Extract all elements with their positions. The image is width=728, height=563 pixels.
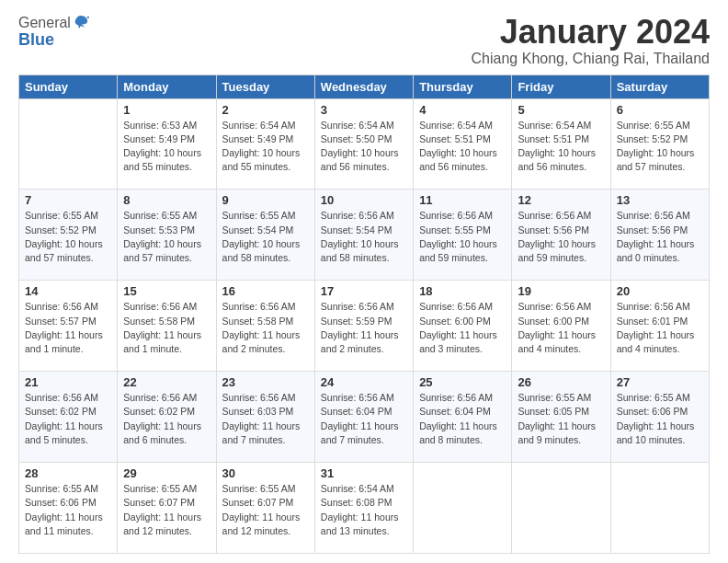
day-number: 2	[222, 103, 309, 117]
day-number: 13	[617, 193, 703, 207]
calendar-cell: 24Sunrise: 6:56 AM Sunset: 6:04 PM Dayli…	[314, 372, 413, 463]
day-info: Sunrise: 6:55 AM Sunset: 5:53 PM Dayligh…	[123, 209, 210, 265]
day-number: 9	[222, 193, 309, 207]
day-info: Sunrise: 6:56 AM Sunset: 6:01 PM Dayligh…	[617, 300, 703, 356]
day-number: 16	[222, 284, 309, 298]
calendar-cell	[512, 463, 610, 554]
calendar-cell: 19Sunrise: 6:56 AM Sunset: 6:00 PM Dayli…	[512, 281, 610, 372]
calendar-cell: 25Sunrise: 6:56 AM Sunset: 6:04 PM Dayli…	[414, 372, 512, 463]
calendar-week-row: 28Sunrise: 6:55 AM Sunset: 6:06 PM Dayli…	[19, 463, 710, 554]
day-number: 15	[123, 284, 210, 298]
day-info: Sunrise: 6:55 AM Sunset: 6:07 PM Dayligh…	[222, 482, 309, 538]
calendar-cell: 17Sunrise: 6:56 AM Sunset: 5:59 PM Dayli…	[314, 281, 413, 372]
calendar-cell: 28Sunrise: 6:55 AM Sunset: 6:06 PM Dayli…	[19, 463, 118, 554]
day-info: Sunrise: 6:54 AM Sunset: 5:50 PM Dayligh…	[321, 119, 407, 175]
day-info: Sunrise: 6:53 AM Sunset: 5:49 PM Dayligh…	[123, 119, 210, 175]
title-section: January 2024 Chiang Khong, Chiang Rai, T…	[472, 14, 710, 67]
calendar-week-row: 1Sunrise: 6:53 AM Sunset: 5:49 PM Daylig…	[19, 98, 710, 190]
calendar-cell: 3Sunrise: 6:54 AM Sunset: 5:50 PM Daylig…	[314, 98, 413, 190]
calendar-cell: 21Sunrise: 6:56 AM Sunset: 6:02 PM Dayli…	[19, 372, 118, 463]
calendar-cell: 18Sunrise: 6:56 AM Sunset: 6:00 PM Dayli…	[414, 281, 512, 372]
day-number: 19	[518, 284, 604, 298]
calendar-cell	[610, 463, 709, 554]
day-info: Sunrise: 6:56 AM Sunset: 5:59 PM Dayligh…	[321, 300, 407, 356]
weekday-header-cell: Sunday	[19, 75, 118, 98]
calendar-cell: 2Sunrise: 6:54 AM Sunset: 5:49 PM Daylig…	[216, 98, 314, 190]
calendar-cell: 31Sunrise: 6:54 AM Sunset: 6:08 PM Dayli…	[314, 463, 413, 554]
weekday-header-cell: Saturday	[610, 75, 709, 98]
day-number: 10	[321, 193, 407, 207]
day-info: Sunrise: 6:54 AM Sunset: 5:49 PM Dayligh…	[222, 119, 309, 175]
day-number: 1	[123, 103, 210, 117]
day-info: Sunrise: 6:56 AM Sunset: 5:58 PM Dayligh…	[123, 300, 210, 356]
day-number: 17	[321, 284, 407, 298]
calendar-week-row: 21Sunrise: 6:56 AM Sunset: 6:02 PM Dayli…	[19, 372, 710, 463]
calendar-cell: 15Sunrise: 6:56 AM Sunset: 5:58 PM Dayli…	[118, 281, 216, 372]
calendar-cell: 14Sunrise: 6:56 AM Sunset: 5:57 PM Dayli…	[19, 281, 118, 372]
day-info: Sunrise: 6:56 AM Sunset: 6:03 PM Dayligh…	[222, 391, 309, 447]
calendar-cell: 5Sunrise: 6:54 AM Sunset: 5:51 PM Daylig…	[512, 98, 610, 190]
day-number: 3	[321, 103, 407, 117]
day-info: Sunrise: 6:54 AM Sunset: 5:51 PM Dayligh…	[518, 119, 604, 175]
day-number: 21	[25, 375, 111, 389]
day-info: Sunrise: 6:56 AM Sunset: 6:02 PM Dayligh…	[25, 391, 111, 447]
day-info: Sunrise: 6:56 AM Sunset: 5:57 PM Dayligh…	[25, 300, 111, 356]
calendar-cell: 11Sunrise: 6:56 AM Sunset: 5:55 PM Dayli…	[414, 190, 512, 281]
day-number: 18	[419, 284, 506, 298]
calendar-cell: 10Sunrise: 6:56 AM Sunset: 5:54 PM Dayli…	[314, 190, 413, 281]
calendar-week-row: 14Sunrise: 6:56 AM Sunset: 5:57 PM Dayli…	[19, 281, 710, 372]
day-number: 22	[123, 375, 210, 389]
calendar-cell: 23Sunrise: 6:56 AM Sunset: 6:03 PM Dayli…	[216, 372, 314, 463]
day-info: Sunrise: 6:56 AM Sunset: 5:58 PM Dayligh…	[222, 300, 309, 356]
weekday-header-cell: Thursday	[414, 75, 512, 98]
calendar-cell: 13Sunrise: 6:56 AM Sunset: 5:56 PM Dayli…	[610, 190, 709, 281]
calendar-body: 1Sunrise: 6:53 AM Sunset: 5:49 PM Daylig…	[19, 98, 710, 553]
calendar-cell: 27Sunrise: 6:55 AM Sunset: 6:06 PM Dayli…	[610, 372, 709, 463]
weekday-header-cell: Monday	[118, 75, 216, 98]
calendar-cell: 16Sunrise: 6:56 AM Sunset: 5:58 PM Dayli…	[216, 281, 314, 372]
day-number: 11	[419, 193, 506, 207]
page-header: General Blue January 2024 Chiang Khong, …	[18, 14, 710, 67]
calendar-cell: 20Sunrise: 6:56 AM Sunset: 6:01 PM Dayli…	[610, 281, 709, 372]
location-title: Chiang Khong, Chiang Rai, Thailand	[472, 51, 710, 67]
calendar-table: SundayMondayTuesdayWednesdayThursdayFrid…	[18, 75, 710, 554]
day-number: 8	[123, 193, 210, 207]
day-number: 23	[222, 375, 309, 389]
day-number: 31	[321, 466, 407, 480]
day-number: 6	[617, 103, 703, 117]
calendar-cell: 12Sunrise: 6:56 AM Sunset: 5:56 PM Dayli…	[512, 190, 610, 281]
logo: General Blue	[18, 14, 90, 50]
day-number: 29	[123, 466, 210, 480]
day-number: 7	[25, 193, 111, 207]
calendar-cell: 8Sunrise: 6:55 AM Sunset: 5:53 PM Daylig…	[118, 190, 216, 281]
weekday-header-cell: Friday	[512, 75, 610, 98]
weekday-header-cell: Tuesday	[216, 75, 314, 98]
day-number: 27	[617, 375, 703, 389]
day-info: Sunrise: 6:55 AM Sunset: 5:54 PM Dayligh…	[222, 209, 309, 265]
day-info: Sunrise: 6:56 AM Sunset: 6:04 PM Dayligh…	[419, 391, 506, 447]
calendar-week-row: 7Sunrise: 6:55 AM Sunset: 5:52 PM Daylig…	[19, 190, 710, 281]
calendar-cell: 22Sunrise: 6:56 AM Sunset: 6:02 PM Dayli…	[118, 372, 216, 463]
calendar-cell: 30Sunrise: 6:55 AM Sunset: 6:07 PM Dayli…	[216, 463, 314, 554]
calendar-cell: 26Sunrise: 6:55 AM Sunset: 6:05 PM Dayli…	[512, 372, 610, 463]
calendar-cell: 9Sunrise: 6:55 AM Sunset: 5:54 PM Daylig…	[216, 190, 314, 281]
day-info: Sunrise: 6:55 AM Sunset: 5:52 PM Dayligh…	[25, 209, 111, 265]
day-info: Sunrise: 6:56 AM Sunset: 6:04 PM Dayligh…	[321, 391, 407, 447]
day-info: Sunrise: 6:56 AM Sunset: 6:02 PM Dayligh…	[123, 391, 210, 447]
logo-bird-icon	[72, 14, 90, 32]
day-info: Sunrise: 6:56 AM Sunset: 5:56 PM Dayligh…	[518, 209, 604, 265]
calendar-cell	[19, 98, 118, 190]
day-number: 14	[25, 284, 111, 298]
day-info: Sunrise: 6:56 AM Sunset: 5:56 PM Dayligh…	[617, 209, 703, 265]
day-number: 12	[518, 193, 604, 207]
calendar-cell	[414, 463, 512, 554]
day-info: Sunrise: 6:55 AM Sunset: 6:06 PM Dayligh…	[25, 482, 111, 538]
day-number: 25	[419, 375, 506, 389]
day-number: 26	[518, 375, 604, 389]
day-info: Sunrise: 6:54 AM Sunset: 5:51 PM Dayligh…	[419, 119, 506, 175]
day-info: Sunrise: 6:55 AM Sunset: 5:52 PM Dayligh…	[617, 119, 703, 175]
calendar-cell: 6Sunrise: 6:55 AM Sunset: 5:52 PM Daylig…	[610, 98, 709, 190]
month-title: January 2024	[472, 14, 710, 51]
calendar-cell: 4Sunrise: 6:54 AM Sunset: 5:51 PM Daylig…	[414, 98, 512, 190]
calendar-cell: 29Sunrise: 6:55 AM Sunset: 6:07 PM Dayli…	[118, 463, 216, 554]
